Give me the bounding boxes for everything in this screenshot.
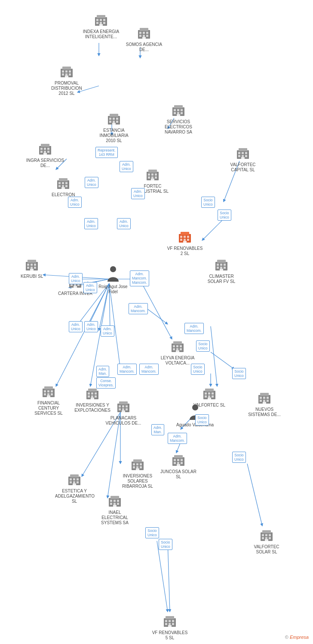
svg-rect-196 bbox=[91, 398, 94, 399]
svg-rect-222 bbox=[263, 400, 265, 402]
svg-rect-273 bbox=[169, 620, 171, 622]
svg-point-169 bbox=[110, 266, 116, 272]
svg-rect-95 bbox=[116, 121, 118, 123]
svg-rect-239 bbox=[174, 462, 176, 464]
svg-rect-194 bbox=[91, 395, 93, 398]
node-label-ingra: INGRA SERVICIOS DE... bbox=[26, 158, 64, 168]
svg-rect-90 bbox=[109, 118, 111, 120]
svg-rect-150 bbox=[220, 269, 223, 270]
svg-rect-202 bbox=[119, 408, 121, 410]
role-adm-mancom-1: Adm.Mancom.Mancom. bbox=[130, 270, 149, 286]
svg-rect-68 bbox=[146, 35, 148, 37]
svg-rect-108 bbox=[238, 152, 240, 154]
svg-rect-116 bbox=[148, 170, 157, 173]
role-socio-unico-7: SocioUnico bbox=[232, 452, 246, 463]
svg-rect-107 bbox=[239, 148, 247, 151]
node-inael: INAEL ELECTRICAL SYSTEMS SA bbox=[95, 494, 134, 526]
svg-rect-109 bbox=[242, 152, 244, 154]
building-icon-fortec_industrial bbox=[146, 167, 160, 183]
svg-rect-112 bbox=[242, 155, 244, 157]
node-label-vf_renovables2: VF RENOVABLES 2 SL bbox=[166, 246, 204, 256]
node-valfortec_solar: VALFORTEC SOLAR SL bbox=[247, 528, 286, 555]
svg-rect-208 bbox=[205, 392, 207, 395]
svg-rect-84 bbox=[174, 112, 176, 114]
svg-rect-198 bbox=[119, 401, 128, 404]
building-icon-servicios_electricos bbox=[172, 103, 185, 118]
svg-rect-173 bbox=[176, 345, 178, 347]
building-icon-valfortec_solar bbox=[260, 528, 273, 544]
svg-rect-174 bbox=[180, 345, 182, 347]
role-adm-man-2: Adm.Man. bbox=[151, 424, 164, 435]
node-label-valfortec_capital: VALFORTEC CAPITAL SL bbox=[224, 162, 262, 173]
node-vf_renovables5: VF RENOVABLES 5 SL bbox=[150, 614, 189, 641]
svg-rect-143 bbox=[217, 260, 226, 263]
svg-rect-272 bbox=[165, 620, 167, 622]
svg-rect-96 bbox=[112, 123, 116, 125]
node-label-juncosa_solar: JUNCOSA SOLAR SL bbox=[159, 469, 198, 480]
svg-rect-100 bbox=[44, 148, 46, 150]
svg-rect-89 bbox=[110, 114, 118, 117]
svg-rect-62 bbox=[140, 28, 148, 31]
svg-rect-78 bbox=[65, 76, 68, 77]
svg-rect-131 bbox=[65, 185, 68, 187]
svg-rect-278 bbox=[168, 625, 172, 627]
building-icon-somos bbox=[137, 26, 151, 41]
building-icon-valfortec_sl bbox=[203, 386, 216, 402]
svg-rect-183 bbox=[51, 390, 53, 392]
svg-rect-257 bbox=[110, 503, 112, 505]
role-adm-unico-8: Adm.Unico bbox=[83, 282, 97, 293]
role-adm-unico-2: Adm.Unico bbox=[85, 177, 98, 188]
svg-rect-250 bbox=[77, 481, 79, 483]
svg-rect-247 bbox=[77, 478, 79, 480]
svg-rect-71 bbox=[62, 67, 71, 70]
role-adm-unico-7: Adm.Unico bbox=[69, 273, 83, 284]
node-label-roig_agut: Roig Agut Jose Fidel bbox=[94, 284, 132, 295]
role-adm-mancom-3: Adm.Mancom. bbox=[117, 364, 137, 375]
svg-rect-262 bbox=[262, 530, 271, 533]
svg-rect-74 bbox=[69, 70, 71, 73]
node-label-climaster: CLIMASTER SOLAR FV SL bbox=[202, 274, 241, 284]
node-label-planacars: PLANACARS VEHICULOS DE... bbox=[104, 416, 143, 426]
svg-rect-147 bbox=[217, 267, 219, 269]
svg-rect-219 bbox=[263, 397, 265, 399]
building-icon-kerubi bbox=[25, 258, 39, 273]
svg-rect-91 bbox=[113, 118, 115, 120]
svg-rect-140 bbox=[187, 239, 189, 241]
svg-rect-152 bbox=[28, 260, 36, 263]
svg-rect-128 bbox=[65, 182, 68, 184]
svg-rect-186 bbox=[51, 393, 53, 395]
svg-rect-210 bbox=[212, 392, 214, 395]
svg-rect-158 bbox=[34, 267, 36, 269]
node-label-indexa: INDEXA ENERGIA INTELIGENTE... bbox=[82, 29, 120, 39]
building-icon-inversiones_solares bbox=[131, 457, 144, 473]
node-planacars: PLANACARS VEHICULOS DE... bbox=[104, 399, 143, 426]
svg-rect-240 bbox=[177, 462, 179, 464]
svg-rect-241 bbox=[181, 462, 183, 464]
svg-rect-277 bbox=[172, 623, 174, 625]
svg-rect-203 bbox=[122, 408, 124, 410]
svg-rect-168 bbox=[74, 286, 77, 288]
svg-rect-264 bbox=[265, 534, 267, 536]
svg-rect-77 bbox=[69, 73, 71, 76]
svg-rect-269 bbox=[265, 539, 268, 541]
node-label-estetica: ESTETICA Y ADELGAZAMIENTO SL bbox=[55, 489, 94, 504]
building-icon-vf_renovables5 bbox=[163, 614, 177, 629]
svg-rect-220 bbox=[267, 397, 269, 399]
svg-rect-256 bbox=[117, 500, 119, 502]
svg-rect-146 bbox=[224, 264, 226, 266]
role-socio-unico-2: SocioUnico bbox=[218, 210, 231, 221]
svg-rect-80 bbox=[174, 105, 183, 108]
svg-rect-259 bbox=[117, 503, 119, 505]
svg-rect-83 bbox=[181, 109, 183, 111]
role-adm-mancom-5: Adm.Mancom. bbox=[184, 323, 204, 334]
svg-rect-238 bbox=[181, 459, 183, 461]
svg-rect-64 bbox=[143, 32, 145, 34]
svg-rect-221 bbox=[260, 400, 262, 402]
svg-rect-265 bbox=[269, 534, 271, 536]
svg-rect-253 bbox=[110, 496, 119, 499]
svg-rect-59 bbox=[103, 22, 105, 24]
role-adm-unico-10: Adm.Unico bbox=[84, 321, 98, 332]
node-label-nuevos_sistemas: NUEVOS SISTEMAS DE... bbox=[245, 407, 284, 417]
svg-rect-75 bbox=[62, 73, 64, 76]
svg-rect-65 bbox=[146, 32, 148, 34]
